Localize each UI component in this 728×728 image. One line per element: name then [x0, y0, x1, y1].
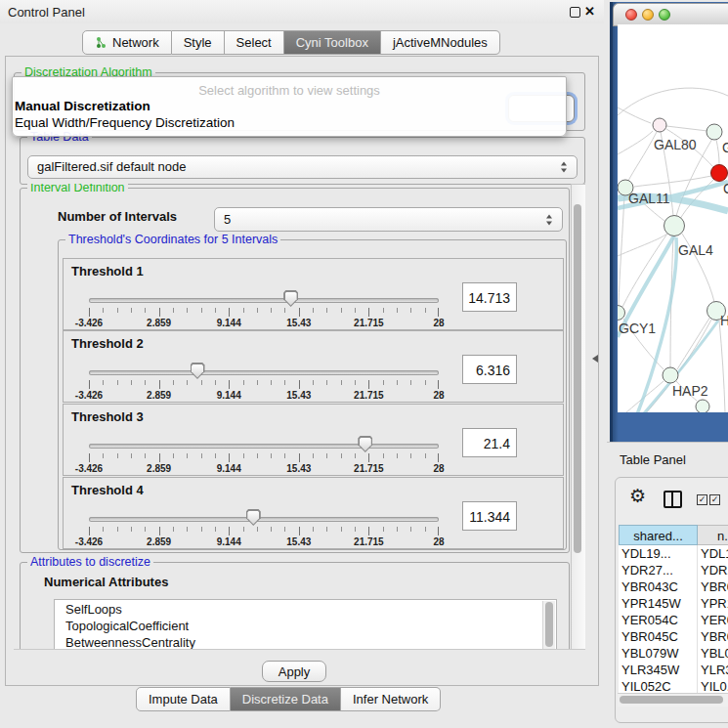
- minimize-traffic-light[interactable]: [642, 9, 654, 21]
- threshold-2-slider-thumb[interactable]: [191, 363, 205, 379]
- numerical-attributes-list: SelfLoops TopologicalCoefficient Between…: [54, 599, 557, 650]
- gear-icon[interactable]: ⚙: [629, 485, 646, 507]
- tab-label: Network: [112, 31, 159, 54]
- slider-ticks: [89, 380, 439, 389]
- node-label-gal4: GAL4: [678, 242, 713, 258]
- control-panel-titlebar: Control Panel ✕: [0, 0, 604, 23]
- column-layout-icon[interactable]: [664, 491, 682, 508]
- table-row[interactable]: YBL079WYBL0...: [619, 645, 728, 662]
- node-label-gal11: GAL11: [628, 191, 670, 206]
- threshold-3-slider-thumb[interactable]: [358, 436, 372, 452]
- threshold-1-panel: Threshold 1 -3.4262.8599.14415.4321.7152…: [63, 258, 564, 330]
- table-row[interactable]: YPR145WYPR1...: [619, 595, 728, 612]
- threshold-label: Threshold 4: [71, 483, 144, 497]
- table-row[interactable]: YDR27...YDR2...: [619, 562, 728, 578]
- slider-tick-labels: -3.4262.8599.14415.4321.71528: [89, 536, 439, 548]
- slider-tick-labels: -3.4262.8599.14415.4321.71528: [89, 463, 439, 475]
- group-title: Attributes to discretize: [27, 555, 153, 569]
- threshold-3-slider-track[interactable]: [89, 444, 439, 449]
- list-item[interactable]: BetweennessCentrality: [55, 634, 556, 650]
- column-header-shared-name[interactable]: shared...: [619, 525, 698, 545]
- numerical-attributes-label: Numerical Attributes: [44, 575, 168, 589]
- tab-jactivemnodules[interactable]: jActiveMNodules: [381, 30, 500, 55]
- table-row[interactable]: YER054CYER0...: [619, 612, 728, 628]
- panel-title: Control Panel: [8, 5, 85, 20]
- settings-scroll-area: Interval Definition Number of Intervals …: [14, 184, 585, 650]
- threshold-label: Threshold 1: [71, 264, 144, 278]
- dropdown-option-manual-discretization[interactable]: Manual Discretization: [15, 99, 150, 113]
- node-label-c: C: [723, 181, 728, 196]
- checkbox-icon[interactable]: [709, 494, 720, 505]
- tab-impute-data[interactable]: Impute Data: [136, 687, 231, 711]
- threshold-1-value-field[interactable]: 14.713: [462, 282, 517, 312]
- float-window-icon[interactable]: [570, 7, 580, 18]
- vertical-scrollbar[interactable]: [571, 184, 585, 650]
- node-gal80[interactable]: [653, 118, 666, 132]
- dropdown-hint: Select algorithm to view settings: [13, 83, 566, 98]
- node-gal4[interactable]: [664, 216, 685, 236]
- cyni-mode-tabs: Impute Data Discretize Data Infer Networ…: [136, 687, 441, 711]
- node-bottom[interactable]: [696, 400, 709, 412]
- close-traffic-light[interactable]: [625, 9, 637, 21]
- app-root: Control Panel ✕ Network Style Select Cyn…: [0, 0, 728, 728]
- network-window-titlebar[interactable]: [613, 3, 728, 26]
- threshold-3-value-field[interactable]: 21.4: [462, 428, 517, 457]
- network-canvas[interactable]: GAL80 G C GAL11 GAL4 GCY1 H HAP2: [618, 24, 728, 412]
- slider-tick-labels: -3.4262.8599.14415.4321.71528: [89, 390, 439, 402]
- node-g[interactable]: [707, 124, 722, 140]
- threshold-2-slider-track[interactable]: [89, 370, 439, 375]
- group-title: Threshold's Coordinates for 5 Intervals: [65, 233, 280, 246]
- threshold-2-value-field[interactable]: 6.316: [462, 355, 517, 384]
- interval-definition-group: Interval Definition Number of Intervals …: [20, 188, 570, 553]
- apply-button[interactable]: Apply: [262, 661, 326, 682]
- node-selected-red[interactable]: [711, 165, 728, 182]
- tab-infer-network[interactable]: Infer Network: [341, 687, 441, 711]
- threshold-label: Threshold 3: [71, 409, 144, 424]
- scrollbar-thumb[interactable]: [620, 696, 723, 704]
- table-panel-title: Table Panel: [620, 452, 686, 467]
- node-label-g: G: [722, 140, 728, 155]
- number-of-intervals-label: Number of Intervals: [58, 209, 177, 224]
- dropdown-option-equal-width[interactable]: Equal Width/Frequency Discretization: [15, 115, 235, 130]
- pane-divider-arrow[interactable]: [592, 355, 598, 363]
- slider-ticks: [89, 308, 439, 317]
- algorithm-dropdown-popup: Select algorithm to view settings Manual…: [12, 76, 567, 137]
- threshold-4-value-field[interactable]: 11.344: [462, 501, 517, 531]
- table-row[interactable]: YBR045CYBR0...: [619, 628, 728, 645]
- node-gcy1[interactable]: [618, 306, 625, 321]
- network-graph: GAL80 G C GAL11 GAL4 GCY1 H HAP2: [618, 24, 728, 412]
- control-panel-tabs: Network Style Select Cyni Toolbox jActiv…: [82, 30, 500, 55]
- list-item[interactable]: SelfLoops: [55, 601, 556, 618]
- tab-select[interactable]: Select: [225, 30, 284, 55]
- attributes-group: Attributes to discretize Numerical Attri…: [20, 562, 570, 650]
- table-row[interactable]: YBR043CYBR0...: [619, 578, 728, 595]
- zoom-traffic-light[interactable]: [659, 9, 670, 21]
- checkbox-icon[interactable]: [697, 494, 707, 505]
- tab-network[interactable]: Network: [82, 30, 172, 55]
- table-panel: Table Panel ⚙ shared... n... YDL19...YDL…: [607, 442, 728, 728]
- tab-style[interactable]: Style: [172, 30, 225, 55]
- horizontal-scrollbar[interactable]: [618, 693, 728, 707]
- table-row[interactable]: YIL052CYIL0...: [619, 678, 728, 693]
- node-label-hap2: HAP2: [672, 383, 708, 399]
- tab-cyni-toolbox[interactable]: Cyni Toolbox: [284, 30, 381, 55]
- list-item[interactable]: TopologicalCoefficient: [55, 618, 556, 634]
- node-hap2[interactable]: [663, 367, 678, 383]
- table-row[interactable]: YDL19...YDL1...: [619, 545, 728, 562]
- column-header-name[interactable]: n...: [698, 525, 728, 545]
- table-row[interactable]: YLR345WYLR3...: [619, 662, 728, 678]
- threshold-4-slider-thumb[interactable]: [246, 509, 261, 526]
- combo-arrows-icon: [560, 161, 569, 174]
- slider-tick-labels: -3.4262.8599.14415.4321.71528: [89, 318, 439, 329]
- table-data-combo[interactable]: galFiltered.sif default node: [27, 155, 578, 179]
- threshold-4-slider-track[interactable]: [89, 517, 439, 522]
- close-icon[interactable]: ✕: [584, 4, 595, 19]
- node-label-h: H: [720, 313, 728, 328]
- threshold-1-slider-track[interactable]: [89, 298, 439, 303]
- scrollbar-thumb[interactable]: [574, 204, 581, 553]
- attributes-list-scrollbar[interactable]: [542, 601, 555, 650]
- tab-discretize-data[interactable]: Discretize Data: [231, 687, 341, 711]
- threshold-1-slider-thumb[interactable]: [283, 290, 298, 307]
- node-label-gal80: GAL80: [654, 137, 697, 152]
- number-of-intervals-combo[interactable]: 5: [214, 207, 563, 232]
